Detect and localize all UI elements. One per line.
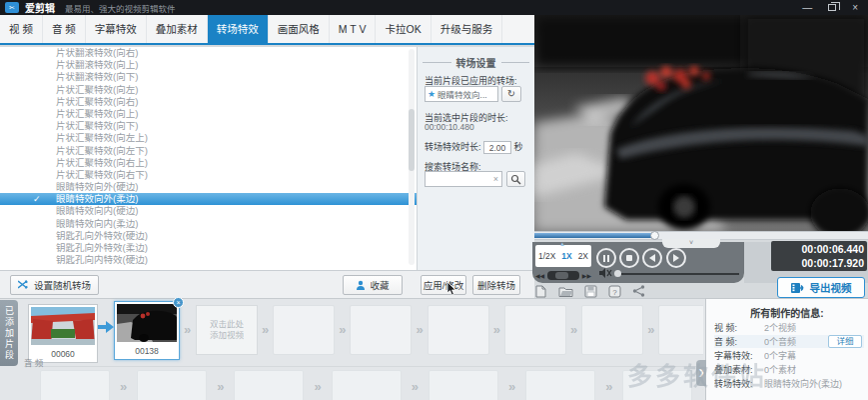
- shuffle-icon: [18, 280, 30, 290]
- next-frame-button[interactable]: [666, 248, 686, 268]
- info-row-overlay: 叠加素材:0个素材: [714, 363, 864, 376]
- list-scrollbar[interactable]: [409, 49, 415, 265]
- new-project-icon[interactable]: [534, 285, 547, 298]
- transition-item[interactable]: 片状汇聚特效(向下): [0, 120, 417, 132]
- open-folder-icon[interactable]: [558, 285, 573, 298]
- stop-icon: [626, 255, 632, 261]
- transition-item[interactable]: 片状翻滚特效(向下): [0, 71, 417, 83]
- refresh-transition-button[interactable]: ↻: [501, 86, 521, 102]
- empty-audio-slot: [429, 370, 498, 400]
- info-row-subtitle: 字幕特效:0个字幕: [714, 349, 864, 362]
- clip1-thumbnail: [31, 307, 95, 345]
- speed-marker-icon: ▲: [559, 241, 565, 247]
- transition-item[interactable]: 片状汇聚特效(向左下): [0, 145, 417, 157]
- speed-half[interactable]: 1/2X: [538, 251, 556, 261]
- transition-item[interactable]: 片状汇聚特效(向左): [0, 84, 417, 96]
- pause-button[interactable]: [596, 248, 616, 268]
- transition-item[interactable]: 钥匙孔向内特效(硬边): [0, 254, 417, 266]
- mouse-cursor: [446, 282, 457, 296]
- preview-frame-car: [534, 15, 868, 231]
- tab-transition-effects[interactable]: 转场特效: [208, 15, 269, 43]
- project-info-panel: 所有制作的信息: 视 频:2个视频 音 频:0个音频 详细 字幕特效:0个字幕 …: [705, 298, 868, 400]
- transition-item[interactable]: 片状汇聚特效(向上): [0, 108, 417, 120]
- add-video-placeholder[interactable]: 双击此处 添加视频: [196, 305, 258, 355]
- transition-item[interactable]: 片状汇聚特效(向右下): [0, 169, 417, 181]
- transition-item[interactable]: 眼睛特效向外(硬边): [0, 181, 417, 193]
- clip-duration-value: 00:00:10.480: [425, 122, 474, 132]
- export-video-button[interactable]: 导出视频: [777, 277, 865, 298]
- search-button[interactable]: [506, 171, 525, 187]
- tab-karaoke[interactable]: 卡拉OK: [376, 15, 431, 43]
- transition-item[interactable]: 片状汇聚特效(向右上): [0, 157, 417, 169]
- effect-duration-input[interactable]: 2.00: [483, 141, 511, 154]
- clear-icon[interactable]: ×: [493, 174, 498, 184]
- tab-upgrade-service[interactable]: 升级与服务: [432, 15, 503, 43]
- tab-mtv[interactable]: M T V: [330, 15, 377, 43]
- video-preview[interactable]: [534, 15, 868, 231]
- stop-button[interactable]: [619, 248, 639, 268]
- chevron-icon: »: [570, 305, 577, 355]
- empty-clip-slot: [350, 305, 412, 355]
- tab-picture-style[interactable]: 画面风格: [269, 15, 330, 43]
- remove-clip-icon[interactable]: ×: [173, 297, 184, 308]
- app-tagline: 最易用、强大的视频剪辑软件: [65, 2, 176, 14]
- speed-double[interactable]: 2X: [578, 251, 588, 261]
- tab-overlay-material[interactable]: 叠加素材: [147, 15, 208, 43]
- transition-item[interactable]: 眼睛特效向内(柔边): [0, 218, 417, 230]
- collapse-player-tab[interactable]: ˅: [662, 239, 720, 248]
- check-icon: ✓: [33, 193, 41, 205]
- delete-transition-button[interactable]: 删除转场: [472, 275, 520, 295]
- share-icon[interactable]: [632, 285, 645, 297]
- tab-audio[interactable]: 音 频: [43, 15, 86, 43]
- transition-item[interactable]: 钥匙孔向外特效(硬边): [0, 230, 417, 242]
- info-row-audio: 音 频:0个音频 详细: [714, 335, 864, 348]
- minimize-button[interactable]: —: [802, 2, 812, 14]
- seek-thumb[interactable]: [650, 231, 659, 240]
- speed-normal[interactable]: 1X: [561, 251, 571, 261]
- random-transition-button[interactable]: 设置随机转场: [10, 275, 99, 295]
- info-panel-collapse-handle[interactable]: ❯: [696, 360, 706, 386]
- transition-item[interactable]: 眼睛特效向内(硬边): [0, 205, 417, 217]
- rewind-icon[interactable]: ◀◀: [535, 272, 544, 279]
- volume-thumb[interactable]: [614, 270, 621, 277]
- chevron-icon: »: [120, 370, 127, 400]
- detail-button[interactable]: 详细: [828, 335, 862, 348]
- restore-button[interactable]: [828, 4, 836, 11]
- settings-title: 转场设置: [418, 55, 534, 70]
- transition-item[interactable]: 钥匙孔向外特效(柔边): [0, 242, 417, 254]
- jog-control[interactable]: ◀◀ ▶▶: [535, 269, 591, 281]
- seek-progress: [534, 233, 654, 238]
- apply-modify-button[interactable]: 应用/修改: [421, 275, 466, 295]
- close-button[interactable]: ×: [852, 2, 858, 14]
- prev-frame-button[interactable]: [642, 248, 662, 268]
- export-icon: [791, 282, 806, 294]
- empty-clip-slot: [428, 305, 489, 355]
- timeline-clip-2-selected[interactable]: 00138 ×: [114, 301, 180, 360]
- transition-item-selected[interactable]: ✓ 眼睛特效向外(柔边): [0, 193, 417, 205]
- clip-slot-row: 双击此处 添加视频 » » » » » »: [196, 303, 703, 357]
- search-input[interactable]: ×: [425, 171, 502, 187]
- favorite-button[interactable]: 收藏: [343, 275, 403, 295]
- save-icon[interactable]: [584, 285, 597, 298]
- tab-video[interactable]: 视 频: [0, 15, 43, 43]
- added-clips-tab[interactable]: 已添加片段: [0, 300, 18, 366]
- mute-icon[interactable]: [599, 268, 612, 278]
- transition-item[interactable]: 片状汇聚特效(向左上): [0, 132, 417, 144]
- audio-section-label: 音 频: [24, 356, 703, 367]
- applied-transition-field[interactable]: ★ 眼睛特效向...: [425, 86, 498, 102]
- speed-selector[interactable]: 1/2X 1X 2X: [535, 245, 591, 267]
- title-bar: ✂ 爱剪辑 最易用、强大的视频剪辑软件 — ×: [0, 0, 868, 15]
- volume-slider[interactable]: [621, 273, 739, 275]
- chevron-icon: »: [217, 370, 224, 400]
- empty-audio-slot: [234, 370, 304, 400]
- transition-item[interactable]: 片状翻滚特效(向上): [0, 59, 417, 71]
- jog-wheel[interactable]: [547, 271, 579, 280]
- transition-item[interactable]: 片状汇聚特效(向右): [0, 96, 417, 108]
- empty-audio-slot: [525, 370, 595, 400]
- forward-icon[interactable]: ▶▶: [582, 272, 591, 279]
- transition-item[interactable]: 片状翻滚特效(向右): [0, 47, 417, 59]
- info-row-video: 视 频:2个视频: [714, 321, 864, 334]
- timeline-clip-1[interactable]: 00060: [28, 304, 98, 363]
- help-icon[interactable]: ?: [608, 285, 621, 298]
- tab-subtitle-effects[interactable]: 字幕特效: [86, 15, 147, 43]
